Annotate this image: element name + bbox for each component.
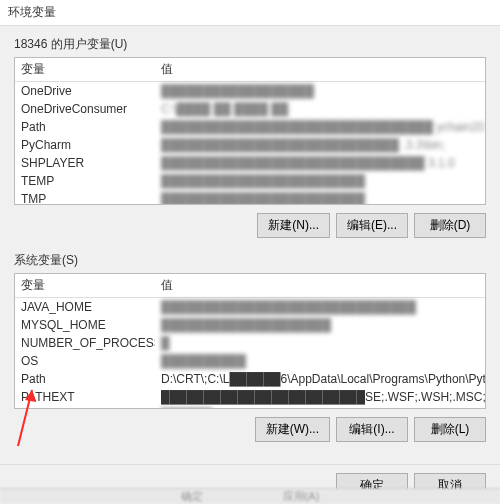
var-name-cell: NUMBER_OF_PROCESS... — [15, 334, 155, 352]
var-name-cell: TEMP — [15, 172, 155, 190]
system-vars-section: 系统变量(S) 变量 值 JAVA_HOME██████████████████… — [14, 252, 486, 442]
dialog-content: 18346 的用户变量(U) 变量 值 OneDrive████████████… — [0, 26, 500, 464]
system-vars-label: 系统变量(S) — [14, 252, 486, 269]
var-value-cell: ████████████████████████ — [155, 172, 485, 190]
var-name-cell: Path — [15, 118, 155, 136]
var-value-cell: ██████ — [155, 406, 485, 408]
table-row[interactable]: SHPLAYER███████████████████████████████ … — [15, 154, 485, 172]
col-value[interactable]: 值 — [155, 58, 485, 82]
sys-edit-button[interactable]: 编辑(I)... — [336, 417, 408, 442]
col-variable[interactable]: 变量 — [15, 274, 155, 298]
var-value-cell: ████████████████████ — [155, 316, 485, 334]
user-delete-button[interactable]: 删除(D) — [414, 213, 486, 238]
system-vars-buttons: 新建(W)... 编辑(I)... 删除(L) — [14, 417, 486, 442]
table-row[interactable]: JAVA_HOME██████████████████████████████ — [15, 298, 485, 317]
user-edit-button[interactable]: 编辑(E)... — [336, 213, 408, 238]
var-name-cell: Path — [15, 370, 155, 388]
var-name-cell: PROCESSOR_ARCHITECTU — [15, 406, 155, 408]
table-row[interactable]: NUMBER_OF_PROCESS...█ — [15, 334, 485, 352]
var-name-cell: PyCharm — [15, 136, 155, 154]
var-value-cell: ████████████████████████████ .3.3\bin; — [155, 136, 485, 154]
table-row[interactable]: OS██████████ — [15, 352, 485, 370]
background-window-strip: 确定 应用(A) — [0, 488, 500, 504]
var-value-cell: ████████████████████████████████ ychain2… — [155, 118, 485, 136]
user-vars-table-box: 变量 值 OneDrive██████████████████OneDriveC… — [14, 57, 486, 205]
var-name-cell: TMP — [15, 190, 155, 204]
user-vars-scroll[interactable]: 变量 值 OneDrive██████████████████OneDriveC… — [15, 58, 485, 204]
table-row[interactable]: TMP████████████████████████ — [15, 190, 485, 204]
sys-new-button[interactable]: 新建(W)... — [255, 417, 330, 442]
table-row[interactable]: PathD:\CRT\;C:\L██████6\AppData\Local\Pr… — [15, 370, 485, 388]
user-new-button[interactable]: 新建(N)... — [257, 213, 330, 238]
var-name-cell: MYSQL_HOME — [15, 316, 155, 334]
window-titlebar: 环境变量 — [0, 0, 500, 26]
user-vars-label: 18346 的用户变量(U) — [14, 36, 486, 53]
system-vars-table[interactable]: 变量 值 JAVA_HOME██████████████████████████… — [15, 274, 485, 408]
var-name-cell: OS — [15, 352, 155, 370]
var-value-cell: D:\CRT\;C:\L██████6\AppData\Local\Progra… — [155, 370, 485, 388]
table-row[interactable]: OneDrive██████████████████ — [15, 82, 485, 101]
table-row[interactable]: MYSQL_HOME████████████████████ — [15, 316, 485, 334]
user-vars-buttons: 新建(N)... 编辑(E)... 删除(D) — [14, 213, 486, 238]
window-title: 环境变量 — [8, 5, 56, 19]
var-value-cell: ████████████████████████SE;.WSF;.WSH;.MS… — [155, 388, 485, 406]
var-value-cell: ██████████ — [155, 352, 485, 370]
col-variable[interactable]: 变量 — [15, 58, 155, 82]
table-row[interactable]: Path████████████████████████████████ ych… — [15, 118, 485, 136]
col-value[interactable]: 值 — [155, 274, 485, 298]
var-name-cell: SHPLAYER — [15, 154, 155, 172]
system-vars-table-box: 变量 值 JAVA_HOME██████████████████████████… — [14, 273, 486, 409]
user-vars-section: 18346 的用户变量(U) 变量 值 OneDrive████████████… — [14, 36, 486, 238]
table-row[interactable]: TEMP████████████████████████ — [15, 172, 485, 190]
table-row[interactable]: PROCESSOR_ARCHITECTU██████ — [15, 406, 485, 408]
var-name-cell: PATHEXT — [15, 388, 155, 406]
var-value-cell: ██████████████████ — [155, 82, 485, 101]
system-vars-scroll[interactable]: 变量 值 JAVA_HOME██████████████████████████… — [15, 274, 485, 408]
var-value-cell: ███████████████████████████████ 3.1.0 — [155, 154, 485, 172]
table-row[interactable]: OneDriveConsumerC:\████ ██ ████ ██ — [15, 100, 485, 118]
var-value-cell: ████████████████████████ — [155, 190, 485, 204]
sys-delete-button[interactable]: 删除(L) — [414, 417, 486, 442]
var-name-cell: JAVA_HOME — [15, 298, 155, 317]
var-value-cell: C:\████ ██ ████ ██ — [155, 100, 485, 118]
var-name-cell: OneDriveConsumer — [15, 100, 155, 118]
var-value-cell: █ — [155, 334, 485, 352]
var-name-cell: OneDrive — [15, 82, 155, 101]
table-row[interactable]: PATHEXT████████████████████████SE;.WSF;.… — [15, 388, 485, 406]
var-value-cell: ██████████████████████████████ — [155, 298, 485, 317]
table-row[interactable]: PyCharm████████████████████████████ .3.3… — [15, 136, 485, 154]
user-vars-table[interactable]: 变量 值 OneDrive██████████████████OneDriveC… — [15, 58, 485, 204]
